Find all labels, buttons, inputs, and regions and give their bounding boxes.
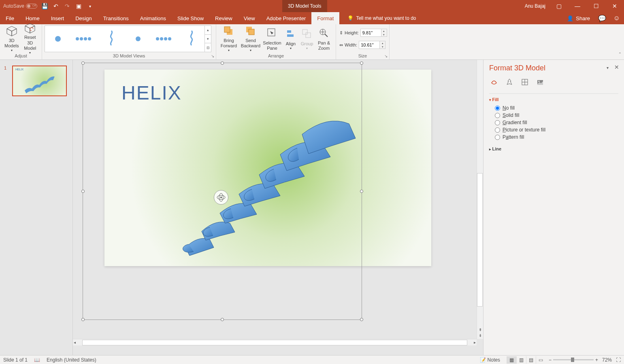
- chevron-down-icon[interactable]: ▾: [380, 45, 385, 49]
- view-item-4[interactable]: [127, 28, 149, 50]
- pane-close-icon[interactable]: ✕: [614, 64, 619, 70]
- tab-view[interactable]: View: [238, 12, 261, 24]
- resize-handle-bm[interactable]: [221, 318, 224, 321]
- view-item-3[interactable]: [100, 28, 123, 50]
- tell-me-search[interactable]: 💡Tell me what you want to do: [339, 15, 416, 21]
- size-properties-tab-icon[interactable]: [520, 77, 530, 87]
- zoom-out-icon[interactable]: −: [549, 357, 552, 363]
- width-input[interactable]: [359, 41, 380, 49]
- width-spinner[interactable]: ▴▾: [380, 41, 385, 49]
- customize-qat-icon[interactable]: ▾: [86, 2, 94, 10]
- solid-fill-option[interactable]: Solid fill: [495, 112, 618, 118]
- slide-editor[interactable]: HELIX: [73, 60, 483, 355]
- resize-handle-ml[interactable]: [81, 190, 85, 193]
- gallery-up-icon[interactable]: ▴: [205, 26, 211, 35]
- collapse-ribbon-icon[interactable]: ˆ: [619, 52, 621, 58]
- height-input[interactable]: [360, 29, 381, 37]
- chevron-down-icon[interactable]: ▾: [381, 33, 387, 36]
- minimize-icon[interactable]: ―: [568, 0, 587, 12]
- share-button[interactable]: 👤Share: [562, 15, 595, 21]
- tab-transitions[interactable]: Transitions: [98, 12, 134, 24]
- prev-slide-icon[interactable]: ⇞: [477, 328, 483, 333]
- 3d-models-button[interactable]: 3D Models▾: [2, 25, 21, 53]
- 3d-model-tab-icon[interactable]: [535, 77, 545, 87]
- editor-horizontal-scrollbar[interactable]: ◂ ▸: [73, 339, 477, 345]
- tab-design[interactable]: Design: [70, 12, 97, 24]
- effects-tab-icon[interactable]: [505, 77, 514, 87]
- tab-format[interactable]: Format: [311, 12, 339, 24]
- maximize-icon[interactable]: ☐: [587, 0, 605, 12]
- chevron-up-icon[interactable]: ▴: [380, 41, 385, 45]
- slide-thumbnail-1[interactable]: HELIX: [12, 66, 67, 96]
- radio-icon[interactable]: [495, 113, 500, 118]
- editor-vertical-scrollbar[interactable]: ⇞⇟: [477, 60, 483, 339]
- line-section-header[interactable]: Line: [489, 146, 618, 151]
- pattern-fill-option[interactable]: Pattern fill: [495, 134, 618, 140]
- slide-canvas[interactable]: HELIX: [104, 70, 431, 266]
- fit-to-window-icon[interactable]: ⛶: [616, 357, 621, 363]
- resize-handle-tm[interactable]: [221, 61, 224, 65]
- scrollbar-thumb[interactable]: [82, 340, 467, 345]
- redo-icon[interactable]: ↷: [63, 2, 71, 10]
- language-indicator[interactable]: English (United States): [47, 357, 96, 363]
- resize-handle-br[interactable]: [360, 318, 363, 321]
- reset-3d-model-button[interactable]: Reset 3D Model▾: [21, 25, 40, 53]
- next-slide-icon[interactable]: ⇟: [477, 333, 483, 339]
- radio-icon[interactable]: [495, 120, 500, 125]
- normal-view-icon[interactable]: ▦: [507, 356, 516, 364]
- chevron-up-icon[interactable]: ▴: [381, 29, 387, 33]
- view-item-6[interactable]: [180, 28, 203, 50]
- gallery-more-icon[interactable]: ⊟: [205, 43, 211, 52]
- dialog-launcher-icon[interactable]: ↘: [384, 54, 388, 58]
- comments-icon[interactable]: 💬: [595, 15, 609, 22]
- undo-icon[interactable]: ↶: [52, 2, 60, 10]
- no-fill-option[interactable]: No fill: [495, 105, 618, 111]
- 3d-rotate-control[interactable]: [214, 190, 228, 205]
- gradient-fill-option[interactable]: Gradient fill: [495, 120, 618, 125]
- smiley-icon[interactable]: ☺: [609, 15, 624, 22]
- scrollbar-thumb[interactable]: [477, 173, 483, 307]
- view-item-1[interactable]: [47, 28, 69, 50]
- bring-forward-button[interactable]: Bring Forward▾: [219, 25, 239, 53]
- pane-options-icon[interactable]: ▾: [607, 66, 609, 70]
- autosave-toggle[interactable]: AutoSave Off: [3, 3, 37, 9]
- views-gallery[interactable]: ▴ ▾ ⊟: [45, 25, 211, 52]
- view-item-2[interactable]: [73, 28, 96, 50]
- zoom-knob[interactable]: [571, 358, 574, 362]
- view-item-5[interactable]: [153, 28, 176, 50]
- resize-handle-tl[interactable]: [81, 61, 85, 65]
- notes-button[interactable]: 📝Notes: [480, 357, 500, 363]
- height-spinner[interactable]: ▴▾: [381, 29, 387, 37]
- tab-review[interactable]: Review: [209, 12, 238, 24]
- dialog-launcher-icon[interactable]: ↘: [211, 54, 214, 58]
- scroll-left-icon[interactable]: ◂: [73, 340, 77, 345]
- zoom-in-icon[interactable]: +: [595, 357, 598, 363]
- tab-adobe-presenter[interactable]: Adobe Presenter: [261, 12, 312, 24]
- radio-icon[interactable]: [495, 135, 500, 140]
- reading-view-icon[interactable]: ▤: [526, 356, 536, 364]
- radio-icon[interactable]: [495, 106, 500, 111]
- radio-icon[interactable]: [495, 127, 500, 133]
- selection-pane-button[interactable]: Selection Pane: [262, 25, 282, 53]
- zoom-level[interactable]: 72%: [602, 357, 612, 363]
- scroll-right-icon[interactable]: ▸: [473, 340, 477, 345]
- user-name[interactable]: Anu Bajaj: [525, 3, 545, 9]
- resize-handle-bl[interactable]: [81, 318, 85, 321]
- start-from-beginning-icon[interactable]: ▣: [75, 2, 83, 10]
- tab-file[interactable]: File: [0, 12, 20, 24]
- helix-3d-model[interactable]: [145, 114, 380, 260]
- zoom-slider[interactable]: [553, 359, 594, 360]
- align-button[interactable]: Align▾: [283, 25, 298, 53]
- close-icon[interactable]: ✕: [605, 0, 624, 12]
- slide-counter[interactable]: Slide 1 of 1: [3, 357, 28, 363]
- resize-handle-tr[interactable]: [360, 61, 363, 65]
- picture-fill-option[interactable]: Picture or texture fill: [495, 127, 618, 133]
- slide-sorter-view-icon[interactable]: ▥: [516, 356, 526, 364]
- tab-slideshow[interactable]: Slide Show: [172, 12, 209, 24]
- send-backward-button[interactable]: Send Backward▾: [241, 25, 261, 53]
- pan-zoom-button[interactable]: Pan & Zoom: [316, 25, 332, 53]
- fill-section-header[interactable]: Fill: [489, 97, 618, 102]
- spell-check-icon[interactable]: 📖: [34, 357, 40, 363]
- gallery-down-icon[interactable]: ▾: [205, 35, 211, 44]
- tab-insert[interactable]: Insert: [45, 12, 70, 24]
